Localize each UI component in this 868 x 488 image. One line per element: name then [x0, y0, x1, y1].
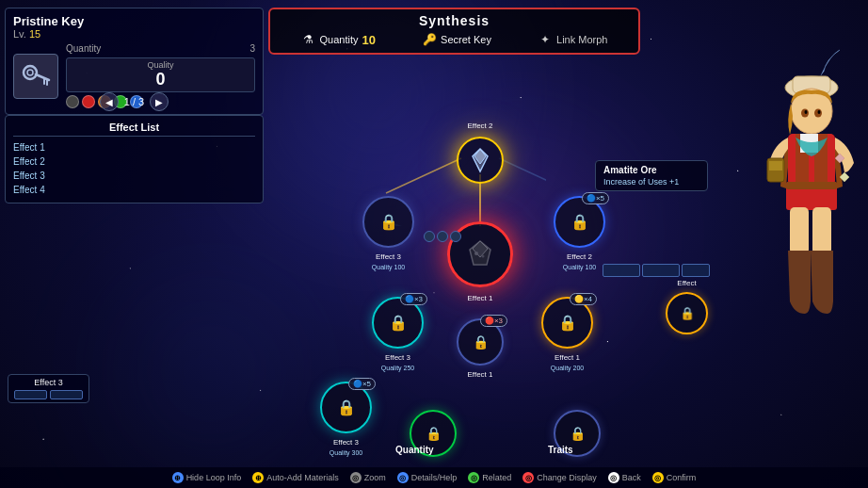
- hint-btn-details: ◎: [397, 472, 409, 483]
- effect1-bottom-node[interactable]: 🔒 🔴×3 Effect 1: [457, 318, 504, 366]
- effect2-right-quality: Quality 100: [563, 264, 596, 270]
- quality-value: 0: [74, 70, 247, 89]
- effect-right-partial[interactable]: 🔒 Effect: [666, 292, 708, 334]
- effect-right-label: Effect: [677, 279, 696, 287]
- hint-details: ◎ Details/Help: [397, 472, 458, 483]
- amatite-effect: Increase of Uses +1: [603, 177, 699, 187]
- lock-icon-2: 🔒: [571, 213, 589, 231]
- effect3-lower-badge: 🔵×3: [400, 293, 427, 305]
- amatite-bar-3: [682, 264, 710, 277]
- hint-text-details: Details/Help: [411, 473, 458, 482]
- lock-icon-8: 🔒: [570, 426, 586, 441]
- effect1-lower-quality: Quality 200: [551, 365, 584, 371]
- hint-text-confirm: Confirm: [667, 473, 697, 482]
- quantity-label: Quantity: [320, 34, 359, 45]
- hint-auto-add: ⊕ Auto-Add Materials: [252, 472, 339, 483]
- hint-zoom: ◎ Zoom: [350, 472, 386, 483]
- effect3-lower-label: Effect 3: [385, 353, 410, 362]
- lock-icon-3: 🔒: [389, 314, 408, 332]
- hint-text-hide-loop: Hide Loop Info: [186, 473, 242, 482]
- item-name: Pristine Key: [13, 14, 84, 28]
- hint-btn-zoom: ◎: [350, 472, 362, 483]
- quantity-value: 10: [362, 33, 376, 47]
- effect2-badge: 🔵×5: [582, 192, 609, 204]
- svg-point-27: [805, 110, 808, 114]
- lock-icon-1: 🔒: [379, 213, 398, 231]
- nav-current: 1: [124, 96, 130, 107]
- mini-node-3: [450, 231, 461, 242]
- effect3-far-label: Effect 3: [333, 438, 359, 447]
- nav-counter: 1 / 3: [124, 96, 144, 107]
- svg-point-21: [482, 255, 485, 258]
- synth-option-link-morph[interactable]: ✦ Link Morph: [538, 32, 607, 47]
- lock-icon-5: 🔒: [473, 334, 489, 350]
- hint-btn-back: ◎: [608, 472, 619, 483]
- key-svg: [19, 59, 53, 93]
- svg-point-0: [24, 66, 37, 79]
- svg-point-28: [818, 110, 821, 114]
- synthesis-options: ⚗ Quantity 10 🔑 Secret Key ✦ Link Morph: [278, 32, 631, 47]
- effect-item-4[interactable]: Effect 4: [13, 183, 255, 197]
- effect-item-2[interactable]: Effect 2: [13, 155, 255, 169]
- effect3-panel: Effect 3: [8, 374, 89, 403]
- effect3-left-quality: Quality 100: [372, 264, 405, 270]
- nav-prev-btn[interactable]: ◀: [100, 92, 119, 111]
- secret-key-label: Secret Key: [441, 34, 491, 45]
- effect3-far-quality: Quality 300: [330, 449, 362, 456]
- crystal-icon: [467, 147, 493, 173]
- e3-bar-2: [50, 390, 83, 399]
- synth-option-secret-key[interactable]: 🔑 Secret Key: [422, 32, 491, 47]
- synth-option-quantity[interactable]: ⚗ Quantity 10: [301, 32, 376, 47]
- effect3-far-left-node[interactable]: 🔒 🔵×5 Effect 3 Quality 300: [320, 382, 372, 433]
- effect-list-panel: Effect List Effect 1 Effect 2 Effect 3 E…: [5, 115, 264, 203]
- hint-btn-change-display: ◎: [522, 472, 534, 483]
- hint-btn-auto-add: ⊕: [252, 472, 264, 483]
- svg-line-14: [386, 158, 461, 193]
- amatite-info: Amatite Ore Increase of Uses +1: [595, 160, 708, 191]
- effect1-lower-badge: 🟡×4: [570, 293, 597, 305]
- effect2-right-node[interactable]: 🔒 🔵×5 Effect 2 Quality 100: [554, 196, 605, 248]
- quality-box: Quality 0: [66, 57, 255, 92]
- character-svg: [713, 36, 868, 488]
- effect1-bottom-badge: 🔴×3: [480, 315, 507, 327]
- item-level: Lv. 15: [13, 28, 84, 40]
- mini-nodes-left: [424, 231, 461, 242]
- hint-text-auto-add: Auto-Add Materials: [266, 473, 339, 482]
- hint-confirm: ◎ Confirm: [652, 472, 697, 483]
- effect-list-title: Effect List: [13, 122, 255, 137]
- secret-key-icon: 🔑: [422, 32, 437, 47]
- effect1-bottom-label: Effect 1: [468, 370, 493, 379]
- effect3-lower-quality: Quality 250: [381, 365, 414, 371]
- svg-point-20: [474, 252, 478, 255]
- link-morph-icon: ✦: [538, 32, 553, 47]
- effect3-far-badge: 🔵×5: [348, 378, 376, 390]
- svg-point-1: [27, 70, 33, 75]
- nav-next-btn[interactable]: ▶: [150, 92, 169, 111]
- quantity-number: 3: [249, 43, 255, 54]
- e3-bar-1: [14, 390, 47, 399]
- mini-node-1: [424, 231, 435, 242]
- svg-rect-38: [769, 161, 782, 171]
- effect3-left-node[interactable]: 🔒 Effect 3 Quality 100: [362, 196, 414, 248]
- effect1-lower-right-node[interactable]: 🔒 🟡×4 Effect 1 Quality 200: [541, 297, 593, 349]
- hint-btn-hide-loop: ⊕: [172, 472, 184, 483]
- effect3-lower-left-node[interactable]: 🔒 🔵×3 Effect 3 Quality 250: [372, 297, 424, 349]
- effect3-panel-label: Effect 3: [14, 378, 83, 387]
- quantity-row: Quantity 3: [66, 43, 255, 54]
- amatite-bar-2: [642, 264, 680, 277]
- lock-icon-4: 🔒: [558, 314, 577, 332]
- hint-btn-confirm: ◎: [652, 472, 664, 483]
- synthesis-area: Effect 2 Effect 1 🔒 Effect 3 Quality 100…: [264, 85, 713, 464]
- top-crystal-node[interactable]: Effect 2: [457, 137, 504, 184]
- hint-text-back: Back: [622, 473, 641, 482]
- hint-text-related: Related: [482, 473, 511, 482]
- quantity-area-label: Quantity: [395, 445, 434, 455]
- synthesis-title: Synthesis: [278, 13, 631, 28]
- character-area: [713, 0, 868, 488]
- effect-item-1[interactable]: Effect 1: [13, 140, 255, 155]
- effect-item-3[interactable]: Effect 3: [13, 169, 255, 183]
- link-morph-label: Link Morph: [556, 34, 607, 45]
- hint-text-zoom: Zoom: [364, 473, 386, 482]
- amatite-connector: [603, 264, 710, 277]
- svg-rect-36: [812, 207, 831, 254]
